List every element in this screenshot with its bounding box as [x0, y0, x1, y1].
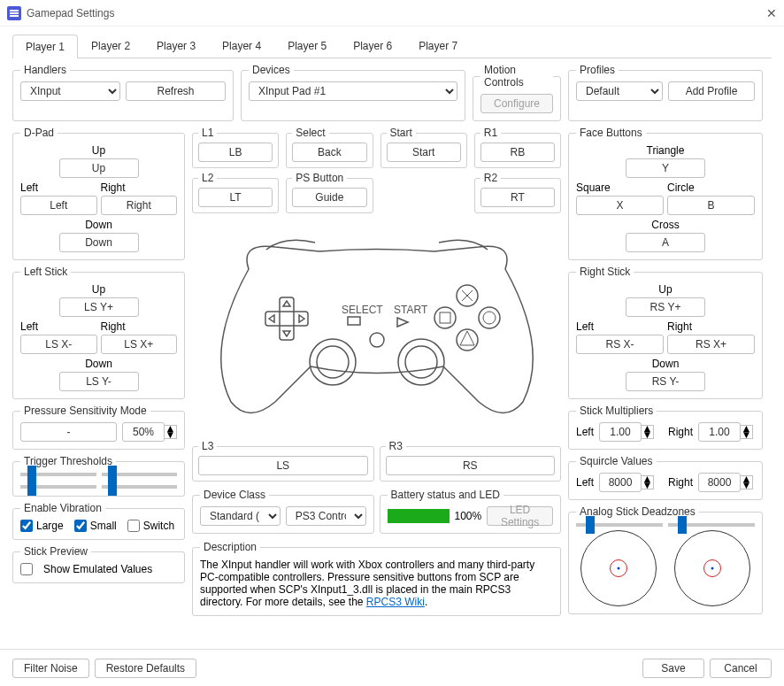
lstick-up-label: Up [92, 283, 105, 296]
led-button[interactable]: LED Settings [487, 506, 553, 526]
rstick-up-button[interactable]: RS Y+ [626, 297, 705, 317]
player-tabs: Player 1 Player 2 Player 3 Player 4 Play… [12, 34, 772, 58]
lstick-down-button[interactable]: LS Y- [59, 372, 139, 391]
motion-group: Motion Controls Configure [473, 64, 561, 121]
vib-large-check[interactable] [20, 520, 33, 532]
add-profile-button[interactable]: Add Profile [668, 81, 755, 101]
close-icon[interactable]: ✕ [766, 6, 777, 20]
mult-left-input[interactable] [599, 422, 642, 442]
tab-player-2[interactable]: Player 2 [78, 34, 143, 58]
tab-player-6[interactable]: Player 6 [340, 34, 405, 58]
r3-button[interactable]: RS [386, 456, 556, 475]
sq-right-spin[interactable]: ▲▼ [698, 473, 753, 492]
face-tri-button[interactable]: Y [626, 158, 705, 178]
r1-button[interactable]: RB [480, 143, 555, 162]
devices-legend: Devices [249, 64, 294, 76]
lstick-right-button[interactable]: LS X+ [101, 335, 178, 354]
face-legend: Face Buttons [576, 127, 646, 139]
profiles-select[interactable]: Default [576, 81, 663, 101]
svg-rect-5 [440, 312, 450, 323]
svg-point-15 [370, 333, 384, 347]
face-cir-button[interactable]: B [667, 196, 755, 215]
battery-group: Battery status and LED 100%LED Settings [380, 489, 562, 534]
r3-group: R3RS [380, 440, 562, 482]
start-button[interactable]: Start [387, 143, 461, 162]
face-cross-button[interactable]: A [626, 233, 705, 252]
tab-player-3[interactable]: Player 3 [143, 34, 209, 58]
dpad-right-button[interactable]: Right [101, 196, 178, 215]
vib-small[interactable]: Small [74, 520, 117, 532]
desc-after: . [425, 596, 427, 608]
trigger-r-slider[interactable] [102, 473, 178, 476]
app-icon [7, 6, 21, 20]
tab-player-7[interactable]: Player 7 [405, 34, 471, 58]
devices-select[interactable]: XInput Pad #1 [249, 81, 457, 101]
pressure-mode-button[interactable]: - [20, 422, 117, 442]
vib-switch-check[interactable] [127, 520, 140, 532]
preview-check[interactable] [20, 563, 33, 575]
cancel-button[interactable]: Cancel [710, 659, 772, 678]
vib-switch[interactable]: Switch [127, 520, 174, 532]
l1-button[interactable]: LB [198, 143, 273, 162]
svg-point-3 [457, 329, 478, 351]
motion-configure-button[interactable]: Configure [480, 94, 553, 113]
devclass-a[interactable]: Standard (Pad) [200, 506, 281, 526]
vib-large[interactable]: Large [20, 520, 64, 532]
restore-defaults-button[interactable]: Restore Defaults [95, 659, 196, 678]
rstick-right-label: Right [667, 320, 755, 333]
trigger-group: Trigger Thresholds [12, 455, 185, 497]
right-stick-group: Right Stick UpRS Y+ LeftRS X- RightRS X+… [568, 266, 763, 399]
dz-right-slider[interactable] [668, 523, 755, 527]
tab-player-5[interactable]: Player 5 [274, 34, 340, 58]
face-sq-button[interactable]: X [576, 196, 664, 215]
mult-left-spin[interactable]: ▲▼ [599, 422, 654, 442]
profiles-legend: Profiles [576, 64, 619, 76]
ps-button[interactable]: Guide [292, 188, 366, 207]
trigger-l-slider[interactable] [20, 473, 96, 476]
mult-legend: Stick Multipliers [576, 405, 657, 417]
vib-small-check[interactable] [74, 520, 87, 532]
pressure-pct-input[interactable] [122, 422, 165, 442]
devclass-b[interactable]: PS3 Controller [286, 506, 366, 526]
l3-button[interactable]: LS [198, 456, 368, 475]
rstick-left-button[interactable]: RS X- [576, 335, 664, 354]
rstick-down-button[interactable]: RS Y- [626, 372, 705, 391]
desc-link[interactable]: RPCS3 Wiki [366, 596, 425, 608]
l3-legend: L3 [198, 440, 217, 452]
select-button[interactable]: Back [292, 143, 366, 162]
preview-show[interactable]: Show Emulated Values [20, 563, 177, 575]
sq-left-spin[interactable]: ▲▼ [599, 473, 654, 492]
dz-right-circle [674, 530, 750, 606]
mult-right-input[interactable] [698, 422, 741, 442]
sq-right-input[interactable] [698, 473, 741, 492]
battery-legend: Battery status and LED [388, 489, 503, 501]
sq-left-input[interactable] [599, 473, 642, 492]
rstick-right-button[interactable]: RS X+ [667, 335, 755, 354]
mult-right-spin[interactable]: ▲▼ [698, 422, 753, 442]
lstick-down-label: Down [85, 358, 112, 370]
lstick-left-button[interactable]: LS X- [20, 335, 97, 354]
handlers-select[interactable]: XInput [20, 81, 120, 101]
refresh-button[interactable]: Refresh [126, 81, 226, 101]
desc-legend: Description [200, 541, 260, 553]
filter-noise-button[interactable]: Filter Noise [12, 659, 89, 678]
dz-left-slider[interactable] [576, 523, 663, 527]
dpad-left-button[interactable]: Left [20, 196, 97, 215]
lstick-up-button[interactable]: LS Y+ [59, 297, 139, 317]
sq-left-label: Left [576, 476, 594, 489]
trigger-r2-slider[interactable] [102, 485, 178, 489]
tab-player-4[interactable]: Player 4 [209, 34, 274, 58]
dpad-up-button[interactable]: Up [59, 158, 139, 178]
r2-button[interactable]: RT [480, 188, 555, 207]
save-button[interactable]: Save [642, 659, 704, 678]
dpad-down-button[interactable]: Down [59, 233, 139, 252]
l2-button[interactable]: LT [198, 188, 273, 207]
pressure-pct-spinner[interactable]: ▲▼ [122, 422, 177, 442]
motion-legend: Motion Controls [480, 64, 553, 89]
dpad-left-label: Left [20, 181, 97, 194]
trigger-l2-slider[interactable] [20, 485, 96, 489]
tab-player-1[interactable]: Player 1 [12, 35, 78, 58]
pressure-legend: Pressure Sensitivity Mode [20, 405, 150, 417]
svg-rect-1 [265, 312, 308, 326]
sq-right-label: Right [668, 476, 693, 489]
